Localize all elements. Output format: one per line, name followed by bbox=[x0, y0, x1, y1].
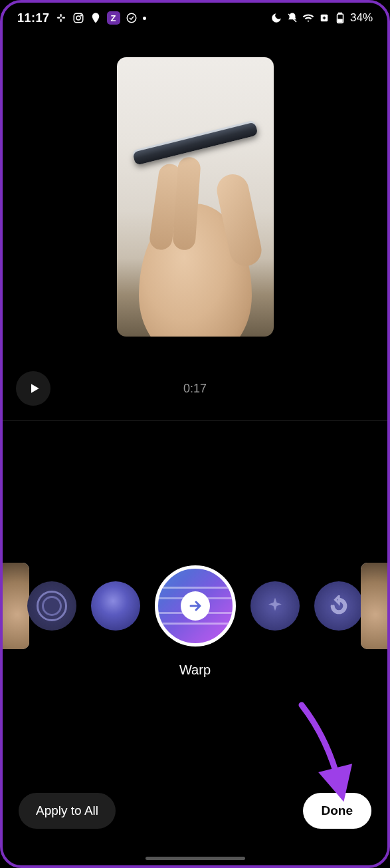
clock: 11:17 bbox=[17, 11, 50, 25]
app-frame: 11:17 Z bbox=[0, 0, 390, 868]
video-timestamp: 0:17 bbox=[3, 382, 387, 396]
effect-glow[interactable] bbox=[91, 581, 140, 631]
dnd-moon-icon bbox=[270, 12, 282, 24]
annotation-arrow-icon bbox=[292, 700, 351, 792]
divider bbox=[3, 420, 387, 421]
sync-icon bbox=[126, 12, 138, 24]
svg-rect-11 bbox=[338, 19, 342, 22]
effect-sparkle[interactable] bbox=[250, 581, 300, 631]
status-right: 34% bbox=[270, 11, 373, 25]
selected-effect-label: Warp bbox=[3, 662, 387, 678]
preview-controls: 0:17 bbox=[3, 370, 387, 407]
apply-to-all-button[interactable]: Apply to All bbox=[19, 793, 116, 829]
svg-point-7 bbox=[127, 13, 136, 23]
done-button[interactable]: Done bbox=[303, 793, 372, 829]
slack-icon bbox=[55, 12, 67, 24]
bottom-action-bar: Apply to All Done bbox=[3, 791, 387, 831]
data-saver-icon bbox=[318, 12, 330, 24]
svg-point-5 bbox=[76, 16, 80, 20]
notification-dot-icon bbox=[143, 17, 146, 20]
battery-icon bbox=[334, 12, 346, 24]
svg-rect-10 bbox=[339, 13, 342, 15]
effect-rewind[interactable] bbox=[314, 581, 363, 631]
mute-bell-icon bbox=[286, 12, 298, 24]
instagram-icon bbox=[72, 12, 84, 24]
effects-carousel[interactable] bbox=[3, 556, 387, 656]
wifi-icon bbox=[302, 12, 314, 24]
next-clip-peek[interactable] bbox=[361, 563, 387, 649]
home-indicator[interactable] bbox=[146, 857, 245, 860]
prev-clip-peek[interactable] bbox=[3, 563, 29, 649]
preview-thumbnail bbox=[117, 57, 274, 337]
arrow-right-icon bbox=[181, 591, 210, 621]
svg-rect-0 bbox=[57, 17, 60, 19]
svg-rect-1 bbox=[62, 17, 65, 19]
svg-point-6 bbox=[80, 15, 82, 16]
z-app-icon: Z bbox=[107, 11, 120, 25]
video-preview[interactable] bbox=[3, 37, 387, 357]
battery-percent: 34% bbox=[350, 11, 373, 25]
status-left: 11:17 Z bbox=[17, 11, 146, 25]
status-bar: 11:17 Z bbox=[3, 3, 387, 33]
svg-rect-3 bbox=[60, 19, 61, 23]
effect-rings[interactable] bbox=[27, 581, 76, 631]
location-icon bbox=[90, 12, 102, 24]
svg-rect-2 bbox=[60, 14, 61, 17]
effect-warp[interactable] bbox=[155, 565, 236, 647]
